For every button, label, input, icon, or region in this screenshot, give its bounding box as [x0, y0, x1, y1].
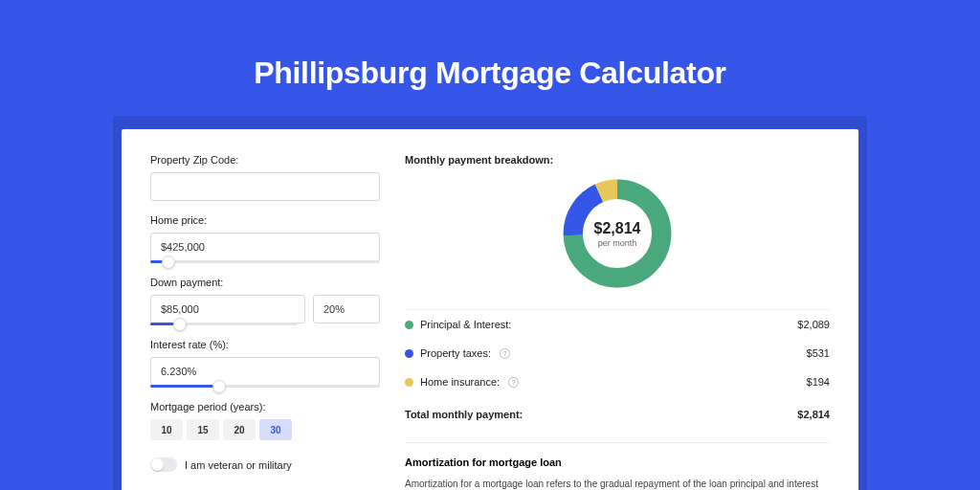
down-payment-pct-input[interactable] [313, 295, 380, 323]
period-option-10[interactable]: 10 [150, 419, 183, 440]
help-icon[interactable]: ? [500, 348, 510, 359]
interest-rate-input[interactable] [150, 357, 380, 386]
donut-center-sub: per month [598, 238, 637, 248]
zip-input[interactable] [150, 172, 380, 201]
amortization-text: Amortization for a mortgage loan refers … [405, 478, 830, 490]
interest-rate-label: Interest rate (%): [150, 339, 380, 350]
breakdown-label-taxes: Property taxes: [420, 347, 491, 359]
breakdown-total-value: $2,814 [797, 409, 830, 420]
help-icon[interactable]: ? [508, 377, 519, 388]
calculator-card: Property Zip Code: Home price: Down paym… [122, 129, 858, 490]
field-mortgage-period: Mortgage period (years): 10 15 20 30 [150, 401, 380, 440]
breakdown-total-label: Total monthly payment: [405, 409, 523, 420]
veteran-label: I am veteran or military [185, 459, 292, 471]
field-home-price: Home price: [150, 214, 380, 263]
field-interest-rate: Interest rate (%): [150, 339, 380, 388]
interest-rate-slider-thumb[interactable] [212, 380, 226, 393]
amortization-block: Amortization for mortgage loan Amortizat… [405, 442, 830, 490]
down-payment-label: Down payment: [150, 277, 380, 288]
legend-dot-yellow [405, 378, 413, 387]
card-shadow: Property Zip Code: Home price: Down paym… [113, 116, 867, 490]
donut-center-value: $2,814 [594, 220, 641, 237]
breakdown-label-principal: Principal & Interest: [420, 319, 511, 330]
breakdown-row-insurance: Home insurance: ? $194 [405, 368, 830, 396]
period-option-15[interactable]: 15 [187, 419, 219, 440]
breakdown-row-principal: Principal & Interest: $2,089 [405, 310, 830, 339]
veteran-toggle-row: I am veteran or military [150, 457, 380, 472]
down-payment-slider[interactable] [150, 323, 298, 325]
amortization-title: Amortization for mortgage loan [405, 457, 830, 468]
period-option-20[interactable]: 20 [223, 419, 256, 440]
down-payment-slider-thumb[interactable] [173, 318, 187, 331]
interest-rate-slider[interactable] [150, 385, 380, 388]
breakdown-title: Monthly payment breakdown: [405, 154, 830, 166]
breakdown-row-taxes: Property taxes: ? $531 [405, 339, 830, 368]
interest-rate-slider-fill [150, 385, 219, 388]
breakdown-value-principal: $2,089 [797, 319, 830, 330]
page-title: Phillipsburg Mortgage Calculator [0, 56, 980, 91]
home-price-slider-thumb[interactable] [162, 256, 175, 269]
home-price-label: Home price: [150, 214, 380, 226]
breakdown-value-insurance: $194 [807, 376, 830, 388]
inputs-column: Property Zip Code: Home price: Down paym… [150, 154, 380, 490]
donut-center: $2,814 per month [559, 175, 676, 292]
zip-label: Property Zip Code: [150, 154, 380, 166]
mortgage-period-group: 10 15 20 30 [150, 419, 380, 440]
home-price-input[interactable] [150, 233, 380, 261]
home-price-slider[interactable] [150, 260, 380, 263]
donut-chart: $2,814 per month [559, 175, 676, 292]
mortgage-period-label: Mortgage period (years): [150, 401, 380, 412]
breakdown-value-taxes: $531 [807, 347, 830, 359]
legend-dot-green [405, 321, 413, 329]
veteran-toggle[interactable] [150, 457, 177, 472]
field-zip: Property Zip Code: [150, 154, 380, 201]
period-option-30[interactable]: 30 [259, 419, 292, 440]
donut-wrap: $2,814 per month [405, 175, 830, 292]
results-column: Monthly payment breakdown: $2,814 per mo… [405, 154, 830, 490]
legend-dot-blue [405, 349, 413, 358]
breakdown-row-total: Total monthly payment: $2,814 [405, 398, 830, 429]
veteran-toggle-knob [151, 458, 164, 471]
field-down-payment: Down payment: [150, 277, 380, 325]
breakdown-label-insurance: Home insurance: [420, 376, 500, 388]
